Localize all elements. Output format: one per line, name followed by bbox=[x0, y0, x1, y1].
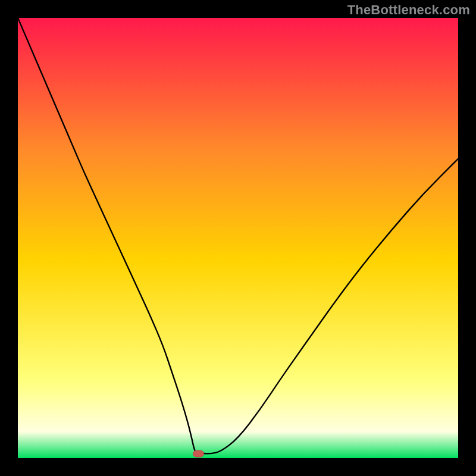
svg-rect-0 bbox=[18, 18, 458, 458]
chart-frame: TheBottleneck.com bbox=[0, 0, 476, 476]
chart-svg bbox=[18, 18, 458, 458]
watermark-text: TheBottleneck.com bbox=[347, 2, 470, 18]
plot-area bbox=[18, 18, 458, 458]
svg-rect-1 bbox=[193, 450, 203, 457]
